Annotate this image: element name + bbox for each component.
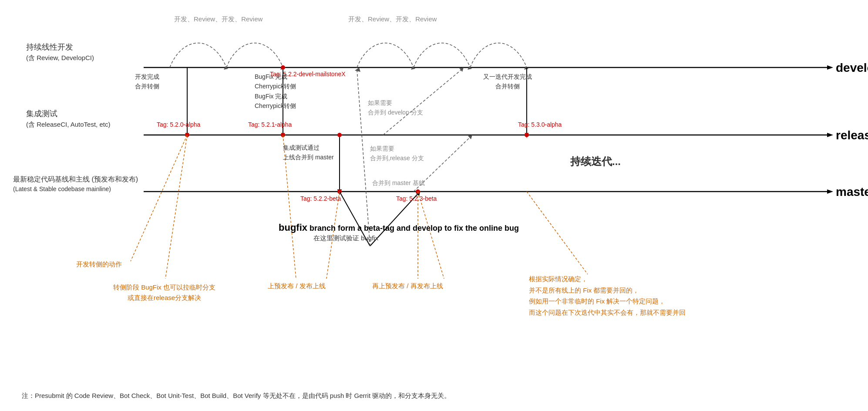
tag-530alpha: Tag: 5.3.0-alpha <box>518 121 562 128</box>
svg-line-35 <box>131 135 187 261</box>
pre-release-annotation: 上预发布 / 发布上线 <box>268 282 326 290</box>
merge-master-annotation: 合并到 master 基线 <box>372 179 425 187</box>
bugfix-temp-annotation: 转侧阶段 BugFix 也可以拉临时分支 或直接在release分支解决 <box>113 282 215 303</box>
svg-marker-1 <box>827 65 833 70</box>
svg-point-20 <box>525 133 529 137</box>
based-on-actual-annotation: 根据实际情况确定， 并不是所有线上的 Fix 都需要并回的， 例如用一个非常临时… <box>529 273 686 318</box>
dev-side-action-annotation: 开发转侧的动作 <box>76 260 122 269</box>
test-bugfix-annotation: 在这里测试验证 bugfix <box>313 234 378 243</box>
svg-marker-9 <box>468 66 472 70</box>
svg-point-32 <box>416 189 420 194</box>
svg-point-24 <box>337 189 342 194</box>
iter-continue-annotation: 持续迭代... <box>570 155 621 168</box>
tag-523beta: Tag: 5.2.3-beta <box>396 195 437 202</box>
svg-marker-6 <box>224 66 228 70</box>
svg-marker-8 <box>411 66 415 70</box>
dev-review-1-label: 开发、Review、开发、Review <box>174 15 262 24</box>
stable-baseline-label: 最新稳定代码基线和主线 (预发布和发布) (Latest & Stable co… <box>13 174 138 194</box>
if-needed-develop-annotation: 如果需要 合并到 develop 分支 <box>368 98 423 118</box>
svg-point-18 <box>185 133 189 137</box>
svg-point-19 <box>281 133 285 137</box>
svg-line-41 <box>527 192 588 274</box>
tag-522beta: Tag: 5.2.2-beta <box>300 195 341 202</box>
branch-master-label: master <box>836 185 868 199</box>
svg-marker-22 <box>337 189 342 195</box>
branch-develop-label: develop <box>836 61 868 75</box>
svg-marker-10 <box>524 66 528 70</box>
re-release-annotation: 再上预发布 / 再发布上线 <box>372 282 443 290</box>
bugfix-complete-annotation: BugFix 完成 Cherrypick转侧 BugFix 完成 Cherryp… <box>255 72 296 111</box>
svg-marker-5 <box>827 189 833 194</box>
tag-521alpha: Tag: 5.2.1-alpha <box>248 121 292 128</box>
integration-pass-annotation: 集成测试通过 上线合并到 master <box>283 143 334 162</box>
tag-520alpha: Tag: 5.2.0-alpha <box>157 121 200 128</box>
diagram-container: develop release master 持续线性开发 (含 Review,… <box>0 0 868 411</box>
svg-marker-34 <box>355 67 360 72</box>
bugfix-branch-annotation: bugfix branch form a beta-tag and develo… <box>279 220 519 235</box>
svg-marker-3 <box>827 133 833 137</box>
svg-marker-16 <box>525 133 529 138</box>
dev-review-2-label: 开发、Review、开发、Review <box>348 15 437 24</box>
svg-diagram <box>0 0 868 411</box>
dev-complete-annotation: 开发完成 合并转侧 <box>135 72 159 91</box>
svg-line-36 <box>165 135 187 279</box>
svg-marker-26 <box>459 67 464 72</box>
svg-point-23 <box>337 133 342 137</box>
svg-marker-14 <box>281 133 285 138</box>
branch-release-label: release <box>836 128 868 142</box>
if-needed-release-annotation: 如果需要 合并到,release 分支 <box>370 144 424 163</box>
svg-marker-12 <box>185 133 189 138</box>
svg-marker-28 <box>468 135 472 139</box>
svg-marker-7 <box>280 66 285 70</box>
footer-note: 注：Presubmit 的 Code Review、Bot Check、Bot … <box>22 392 451 400</box>
integration-test-label: 集成测试 (含 ReleaseCI, AutoTest, etc) <box>26 108 110 130</box>
svg-point-17 <box>281 65 285 70</box>
another-iter-annotation: 又一迭代开发完成 合并转侧 <box>483 72 532 91</box>
continuous-dev-label: 持续线性开发 (含 Review, DevelopCI) <box>26 41 94 63</box>
